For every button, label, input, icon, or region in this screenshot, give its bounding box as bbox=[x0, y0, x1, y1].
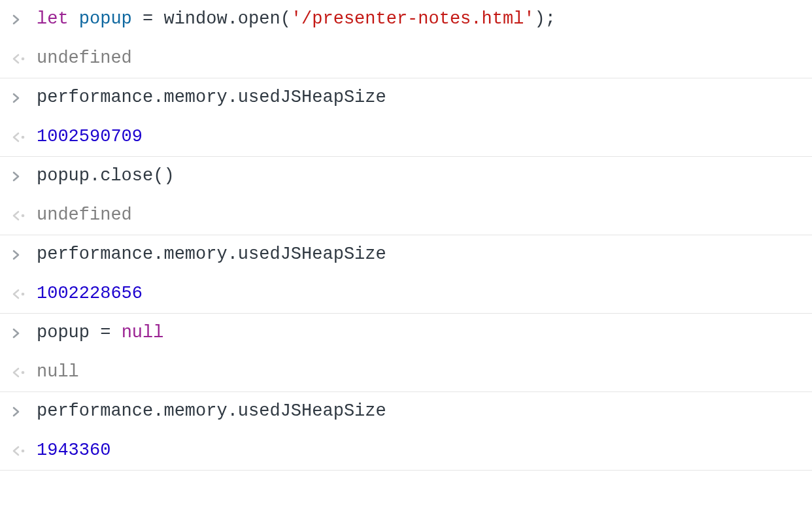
code-token: popup bbox=[79, 9, 132, 29]
console-output-row: 1002590709 bbox=[0, 118, 812, 157]
code-token: let bbox=[37, 9, 69, 29]
code-token: 1943360 bbox=[37, 440, 110, 460]
output-return-icon bbox=[5, 53, 37, 65]
console-output-text: undefined bbox=[37, 50, 807, 67]
input-prompt-icon bbox=[5, 14, 37, 25]
code-token: popup = bbox=[37, 323, 122, 342]
code-token: '/presenter-notes.html' bbox=[291, 9, 535, 29]
console-input-row[interactable]: performance.memory.usedJSHeapSize bbox=[0, 392, 812, 431]
svg-point-2 bbox=[22, 214, 25, 217]
console-output-row: null bbox=[0, 353, 812, 392]
code-token: 1002228656 bbox=[37, 284, 143, 303]
console-output-text: 1943360 bbox=[37, 442, 807, 459]
console-output-text: undefined bbox=[37, 207, 807, 224]
code-token: ); bbox=[535, 9, 556, 29]
console-input-row[interactable]: performance.memory.usedJSHeapSize bbox=[0, 78, 812, 118]
console-input-text: performance.memory.usedJSHeapSize bbox=[37, 89, 807, 107]
console-input-text: performance.memory.usedJSHeapSize bbox=[37, 246, 807, 263]
console-input-row[interactable]: popup = null bbox=[0, 314, 812, 353]
code-token: performance.memory.usedJSHeapSize bbox=[37, 244, 386, 264]
console-input-text: popup = null bbox=[37, 324, 807, 342]
console-input-text: performance.memory.usedJSHeapSize bbox=[37, 403, 807, 420]
console-output-row: undefined bbox=[0, 39, 812, 78]
console-output-row: 1943360 bbox=[0, 431, 812, 471]
console-input-row[interactable]: performance.memory.usedJSHeapSize bbox=[0, 235, 812, 274]
input-prompt-icon bbox=[5, 171, 37, 182]
code-token bbox=[69, 9, 79, 29]
code-token: performance.memory.usedJSHeapSize bbox=[37, 88, 386, 107]
console-input-row[interactable]: let popup = window.open('/presenter-note… bbox=[0, 0, 812, 39]
console-output-text: 1002228656 bbox=[37, 285, 807, 303]
input-prompt-icon bbox=[5, 249, 37, 261]
output-return-icon bbox=[5, 288, 37, 300]
console-input-text: let popup = window.open('/presenter-note… bbox=[37, 10, 807, 28]
svg-point-3 bbox=[22, 292, 25, 295]
devtools-console[interactable]: let popup = window.open('/presenter-note… bbox=[0, 0, 812, 471]
svg-point-4 bbox=[22, 371, 25, 374]
output-return-icon bbox=[5, 445, 37, 457]
input-prompt-icon bbox=[5, 406, 37, 418]
console-output-row: undefined bbox=[0, 196, 812, 235]
console-output-text: null bbox=[37, 363, 807, 381]
output-return-icon bbox=[5, 131, 37, 143]
code-token: undefined bbox=[37, 205, 132, 225]
code-token: window.open( bbox=[163, 9, 290, 29]
code-token: undefined bbox=[37, 48, 132, 68]
code-token: null bbox=[37, 362, 79, 382]
code-token: performance.memory.usedJSHeapSize bbox=[37, 401, 386, 421]
input-prompt-icon bbox=[5, 327, 37, 339]
svg-point-1 bbox=[22, 135, 25, 139]
code-token: = bbox=[132, 9, 164, 29]
svg-point-0 bbox=[22, 57, 25, 60]
code-token: 1002590709 bbox=[37, 127, 143, 146]
code-token: null bbox=[122, 323, 164, 342]
output-return-icon bbox=[5, 210, 37, 222]
svg-point-5 bbox=[22, 449, 25, 452]
console-input-row[interactable]: popup.close() bbox=[0, 157, 812, 196]
console-output-row: 1002228656 bbox=[0, 274, 812, 314]
console-input-text: popup.close() bbox=[37, 167, 807, 185]
code-token: popup.close() bbox=[37, 166, 175, 186]
console-output-text: 1002590709 bbox=[37, 128, 807, 146]
input-prompt-icon bbox=[5, 92, 37, 104]
output-return-icon bbox=[5, 367, 37, 378]
